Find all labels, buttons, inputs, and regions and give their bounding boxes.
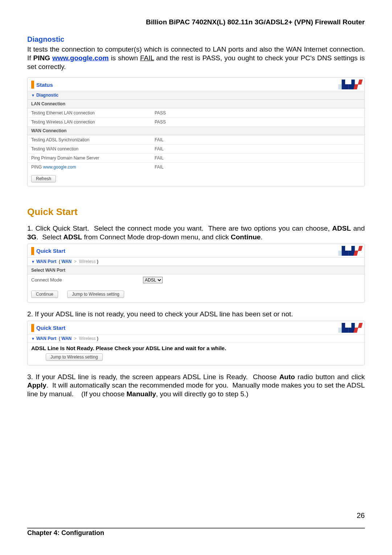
table-row: Testing Ethernet LAN connection PASS — [28, 109, 364, 118]
diag-ping-bold: PING — [33, 54, 52, 62]
crumb-wan: WAN — [61, 336, 72, 341]
diagnostic-paragraph: It tests the connection to computer(s) w… — [27, 45, 365, 71]
step1-text: 1. Click Quick Start. Select the connect… — [27, 224, 365, 242]
page-footer: 26 Chapter 4: Configuration — [27, 519, 365, 537]
continue-button[interactable]: Continue — [31, 291, 58, 298]
lan-header: LAN Connection — [28, 100, 364, 108]
select-wan-port-header: Select WAN Port — [28, 266, 364, 275]
crumb-sep: > — [73, 259, 79, 264]
row-result: FAIL — [151, 154, 364, 163]
connect-mode-select[interactable]: ADSL — [143, 277, 163, 283]
connect-mode-label: Connect Mode — [31, 277, 136, 283]
diagnostic-panel: Status ▗▙▟▞ ▼Diagnostic LAN Connection T… — [27, 77, 365, 186]
page-number: 26 — [357, 511, 365, 519]
jump-wireless-button[interactable]: Jump to Wireless setting — [46, 353, 103, 361]
crumb-wanport: WAN Port — [36, 259, 56, 264]
crumb-wless: Wireless — [79, 259, 96, 264]
row-name: Testing ADSL Synchronization — [28, 135, 151, 145]
quickstart-heading: Quick Start — [27, 206, 365, 218]
brand-logo: ▗▙▟▞ — [335, 323, 361, 333]
crumb-wan: WAN — [61, 259, 72, 264]
row-name: PING www.google.com — [28, 163, 151, 172]
quickstart-panel-1: Quick Start ▗▙▟▞ ▼WAN Port ( WAN > Wirel… — [27, 244, 365, 303]
breadcrumb: ▼WAN Port ( WAN > Wireless ) — [28, 334, 364, 343]
row-result: FAIL — [151, 135, 364, 145]
ping-prefix: PING — [31, 165, 43, 170]
chapter-label: Chapter 4: Configuration — [27, 529, 104, 537]
step3-text: 3. If your ADSL line is ready, the scree… — [27, 373, 365, 398]
ping-link[interactable]: www.google.com — [43, 165, 76, 170]
diagnostic-heading: Diagnostic — [27, 35, 365, 44]
jump-wireless-button[interactable]: Jump to Wireless setting — [67, 291, 124, 298]
breadcrumb: ▼WAN Port ( WAN > Wireless ) — [28, 257, 364, 266]
panel-accent — [31, 81, 34, 89]
doc-title: Billion BiPAC 7402NX(L) 802.11n 3G/ADSL2… — [27, 18, 365, 26]
row-result: FAIL — [151, 145, 364, 154]
quickstart-panel-2: Quick Start ▗▙▟▞ ▼WAN Port ( WAN > Wirel… — [27, 321, 365, 365]
google-link[interactable]: www.google.com — [52, 54, 109, 62]
table-row: Testing Wireless LAN connection PASS — [28, 118, 364, 127]
brand-logo: ▗▙▟▞ — [335, 80, 361, 89]
adsl-not-ready-msg: ADSL Line Is Not Ready. Please Check you… — [28, 343, 364, 353]
panel-accent — [31, 247, 34, 255]
row-result: PASS — [151, 109, 364, 118]
lan-table: Testing Ethernet LAN connection PASS Tes… — [28, 108, 364, 126]
brand-logo: ▗▙▟▞ — [335, 246, 361, 256]
panel-title-qs2: Quick Start — [36, 325, 65, 331]
row-result: PASS — [151, 118, 364, 127]
crumb-wanport: WAN Port — [36, 336, 56, 341]
panel-accent — [31, 324, 34, 332]
row-name: Testing WAN connection — [28, 145, 151, 154]
table-row: Testing WAN connection FAIL — [28, 145, 364, 154]
diag-sub-label: Diagnostic — [36, 93, 58, 98]
diag-text-2: is shown — [109, 54, 140, 62]
diag-sub-header: ▼Diagnostic — [28, 91, 364, 100]
row-result: FAIL — [151, 163, 364, 172]
wan-header: WAN Connection — [28, 126, 364, 135]
wan-table: Testing ADSL Synchronization FAIL Testin… — [28, 135, 364, 171]
step2-text: 2. If your ADSL line is not ready, you n… — [27, 310, 365, 319]
table-row: PING www.google.com FAIL — [28, 163, 364, 172]
row-name: Testing Wireless LAN connection — [28, 118, 151, 127]
table-row: Ping Primary Domain Name Server FAIL — [28, 154, 364, 163]
row-name: Testing Ethernet LAN connection — [28, 109, 151, 118]
fail-word: FAIL — [140, 54, 154, 62]
panel-title-status: Status — [36, 82, 53, 88]
refresh-button[interactable]: Refresh — [31, 175, 56, 182]
crumb-wless: Wireless — [79, 336, 96, 341]
row-name: Ping Primary Domain Name Server — [28, 154, 151, 163]
table-row: Testing ADSL Synchronization FAIL — [28, 135, 364, 145]
crumb-sep: > — [73, 336, 79, 341]
panel-title-qs: Quick Start — [36, 248, 65, 254]
